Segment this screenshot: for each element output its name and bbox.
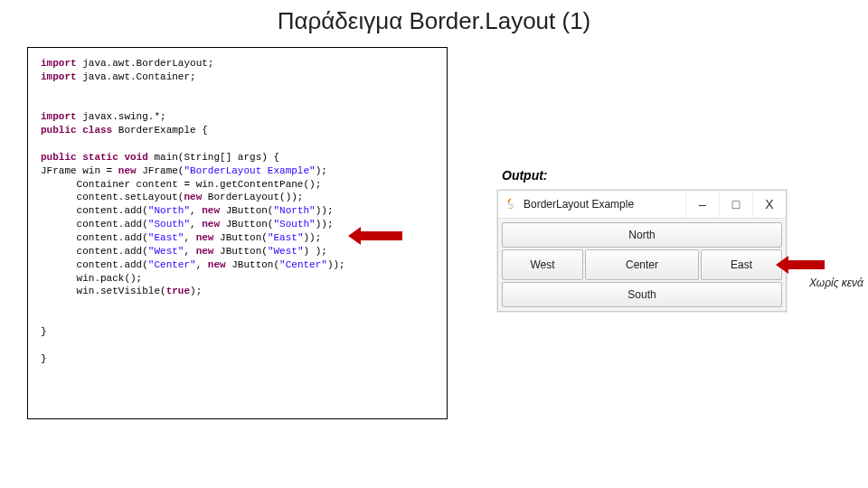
java-icon — [504, 197, 518, 211]
window-title: BorderLayout Example — [524, 198, 634, 211]
titlebar: BorderLayout Example – □ X — [498, 191, 786, 219]
west-button[interactable]: West — [502, 249, 583, 280]
south-button[interactable]: South — [502, 282, 782, 307]
annotation-no-gaps: Χωρίς κενά — [809, 277, 863, 289]
arrow-window-head-icon — [776, 256, 788, 274]
minimize-button[interactable]: – — [685, 192, 719, 217]
center-button[interactable]: Center — [585, 249, 699, 280]
content-pane: North West Center East South — [498, 219, 786, 311]
east-button[interactable]: East — [701, 249, 782, 280]
output-label: Output: — [502, 168, 548, 183]
north-button[interactable]: North — [502, 222, 782, 248]
arrow-code-head-icon — [348, 227, 361, 245]
close-button[interactable]: X — [752, 192, 786, 217]
maximize-button[interactable]: □ — [719, 192, 752, 217]
arrow-window-icon — [787, 260, 825, 269]
example-window: BorderLayout Example – □ X North West Ce… — [497, 190, 787, 312]
slide-title: Παράδειγμα Border.Layout (1) — [0, 0, 868, 35]
arrow-code-icon — [357, 231, 402, 240]
